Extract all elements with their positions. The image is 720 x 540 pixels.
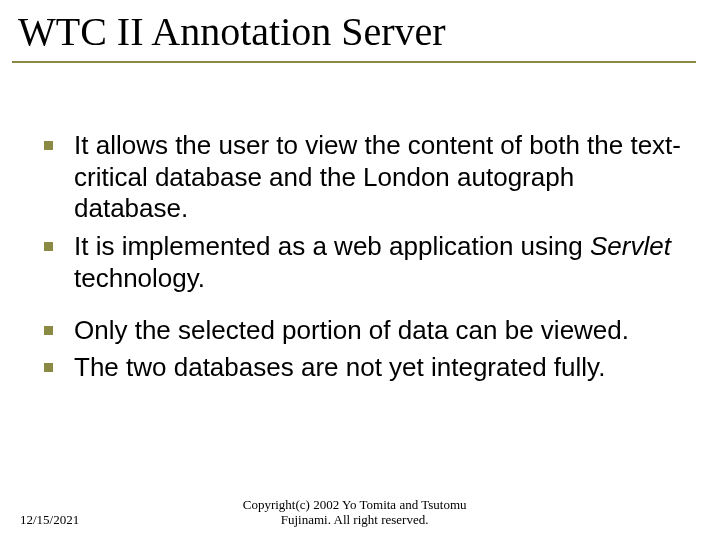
group-gap (38, 301, 692, 315)
title-area: WTC II Annotation Server (14, 8, 696, 63)
bullet-text-italic: Servlet (590, 231, 671, 261)
list-item: Only the selected portion of data can be… (38, 315, 692, 347)
footer-copyright: Copyright(c) 2002 Yo Tomita and Tsutomu … (79, 497, 630, 528)
bullet-list: Only the selected portion of data can be… (38, 315, 692, 384)
list-item: The two databases are not yet integrated… (38, 352, 692, 384)
slide: WTC II Annotation Server It allows the u… (0, 0, 720, 540)
bullet-text: It allows the user to view the content o… (74, 130, 681, 223)
slide-body: It allows the user to view the content o… (38, 130, 692, 390)
slide-title: WTC II Annotation Server (14, 8, 696, 55)
list-item: It is implemented as a web application u… (38, 231, 692, 294)
bullet-text: Only the selected portion of data can be… (74, 315, 629, 345)
title-underline (12, 61, 696, 63)
bullet-text: The two databases are not yet integrated… (74, 352, 605, 382)
footer-date: 12/15/2021 (20, 512, 79, 528)
copyright-line: Copyright(c) 2002 Yo Tomita and Tsutomu (243, 497, 467, 512)
copyright-line: Fujinami. All right reserved. (281, 512, 429, 527)
bullet-text-post: technology. (74, 263, 205, 293)
list-item: It allows the user to view the content o… (38, 130, 692, 225)
bullet-list: It allows the user to view the content o… (38, 130, 692, 295)
bullet-text-pre: It is implemented as a web application u… (74, 231, 590, 261)
footer: 12/15/2021 Copyright(c) 2002 Yo Tomita a… (20, 497, 700, 528)
